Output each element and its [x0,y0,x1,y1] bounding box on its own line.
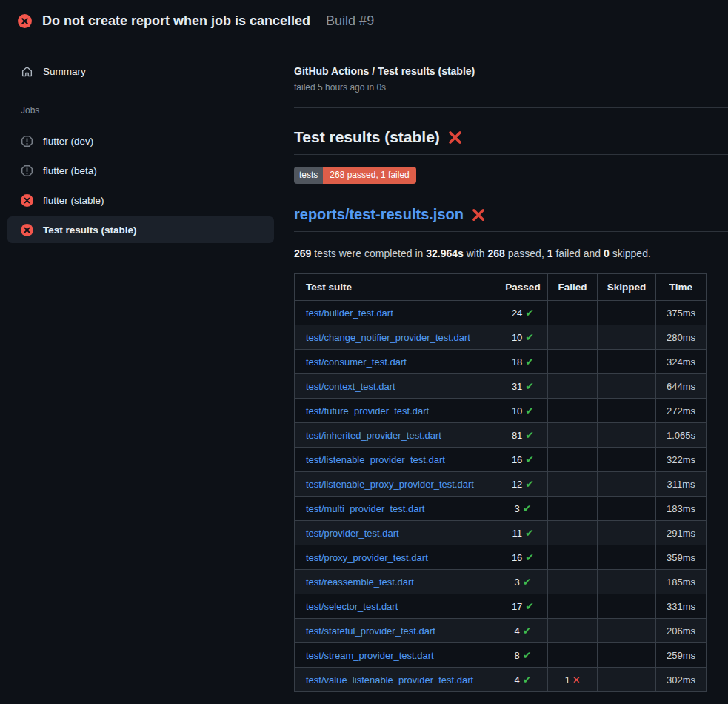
suite-link[interactable]: test/inherited_provider_test.dart [306,430,441,441]
tests-badge: tests 268 passed, 1 failed [294,167,416,184]
suite-link[interactable]: test/stateful_provider_test.dart [306,625,435,637]
summary-text: tests were completed in [311,248,426,259]
suite-link[interactable]: test/value_listenable_provider_test.dart [306,674,473,685]
suite-link[interactable]: test/provider_test.dart [306,528,399,539]
suite-link[interactable]: test/builder_test.dart [306,308,393,319]
x-mark-icon [472,208,485,222]
passed-cell: 24✔ [498,301,548,325]
skipped-cell [598,594,656,619]
failed-cell: ✕ [548,570,598,594]
suite-cell: test/proxy_provider_test.dart [295,545,498,570]
passed-cell: 4✔ [498,619,548,643]
table-row: test/builder_test.dart 24✔ ✕ 375ms [295,301,707,325]
sidebar-item-flutter-stable[interactable]: flutter (stable) [7,187,274,213]
suite-cell: test/inherited_provider_test.dart [295,423,498,448]
passed-cell: 10✔ [498,325,548,350]
sidebar-item-label: flutter (beta) [43,165,97,176]
suite-link[interactable]: test/multi_provider_test.dart [306,503,424,514]
passed-cell: 10✔ [498,399,548,423]
suite-link[interactable]: test/future_provider_test.dart [306,405,429,416]
passed-cell: 11✔ [498,521,548,545]
check-icon: ✔ [525,405,534,416]
sidebar-item-label: Summary [43,66,86,77]
build-header: Do not create report when job is cancell… [0,0,728,41]
skipped-cell [598,497,656,521]
failed-cell: ✕ [548,643,598,668]
sidebar-item-flutter-dev[interactable]: flutter (dev) [7,127,274,154]
suite-link[interactable]: test/proxy_provider_test.dart [306,552,428,563]
suite-cell: test/provider_test.dart [295,521,498,545]
time-cell: 644ms [656,374,707,399]
skipped-cell [598,545,656,570]
build-number: Build #9 [326,13,374,29]
table-row: test/selector_test.dart 17✔ ✕ 331ms [295,594,707,619]
check-icon: ✔ [523,625,532,637]
table-header-skipped: Skipped [598,274,656,301]
passed-cell: 3✔ [498,570,548,594]
failed-cell: ✕ [548,301,598,325]
skipped-cell [598,448,656,472]
x-circle-icon [18,14,32,28]
sidebar-item-flutter-beta[interactable]: flutter (beta) [7,157,274,184]
table-row: test/listenable_proxy_provider_test.dart… [295,472,707,497]
failed-cell: ✕ [548,374,598,399]
failed-cell: ✕ [548,350,598,374]
time-cell: 322ms [656,448,707,472]
summary-number: 32.964s [426,248,464,259]
table-row: test/stream_provider_test.dart 8✔ ✕ 259m… [295,643,707,668]
failed-cell: 1✕ [548,668,598,692]
suite-cell: test/context_test.dart [295,374,498,399]
divider [294,107,728,108]
skipped-cell [598,399,656,423]
section-title: Test results (stable) [294,128,728,155]
suite-link[interactable]: test/stream_provider_test.dart [306,650,434,661]
check-icon: ✔ [525,331,534,343]
suite-link[interactable]: test/reassemble_test.dart [306,577,414,588]
time-cell: 359ms [656,545,707,570]
run-meta: failed 5 hours ago in 0s [294,82,728,93]
skipped-cell [598,570,656,594]
x-circle-icon [21,224,33,236]
suite-link[interactable]: test/change_notifier_provider_test.dart [306,332,470,343]
suite-link[interactable]: test/listenable_proxy_provider_test.dart [306,479,474,490]
time-cell: 291ms [656,521,707,545]
summary-number: 1 [547,248,553,259]
time-cell: 331ms [656,594,707,619]
skipped-cell [598,668,656,692]
tests-summary-line: 269 tests were completed in 32.964s with… [294,248,728,259]
passed-cell: 81✔ [498,423,548,448]
suite-link[interactable]: test/context_test.dart [306,381,395,392]
sidebar-item-label: flutter (stable) [43,195,104,206]
report-link[interactable]: reports/test-results.json [294,206,464,223]
table-header-failed: Failed [548,274,598,301]
table-row: test/stateful_provider_test.dart 4✔ ✕ 20… [295,619,707,643]
suite-cell: test/builder_test.dart [295,301,498,325]
failed-cell: ✕ [548,619,598,643]
suite-cell: test/listenable_proxy_provider_test.dart [295,472,498,497]
suite-link[interactable]: test/consumer_test.dart [306,356,407,368]
passed-cell: 12✔ [498,472,548,497]
failed-cell: ✕ [548,448,598,472]
suite-link[interactable]: test/selector_test.dart [306,601,398,612]
table-row: test/proxy_provider_test.dart 16✔ ✕ 359m… [295,545,707,570]
sidebar-item-label: flutter (dev) [43,136,93,147]
time-cell: 311ms [656,472,707,497]
suite-link[interactable]: test/listenable_provider_test.dart [306,454,445,465]
check-icon: ✔ [525,307,534,319]
check-icon: ✔ [523,502,532,514]
table-header-test-suite: Test suite [295,274,498,301]
suite-cell: test/listenable_provider_test.dart [295,448,498,472]
time-cell: 375ms [656,301,707,325]
passed-cell: 18✔ [498,350,548,374]
table-row: test/provider_test.dart 11✔ ✕ 291ms [295,521,707,545]
table-row: test/reassemble_test.dart 3✔ ✕ 185ms [295,570,707,594]
suite-cell: test/multi_provider_test.dart [295,497,498,521]
check-icon: ✔ [525,600,534,612]
time-cell: 280ms [656,325,707,350]
sidebar-item-test-results-stable[interactable]: Test results (stable) [7,216,274,243]
suite-cell: test/value_listenable_provider_test.dart [295,668,498,692]
suite-cell: test/future_provider_test.dart [295,399,498,423]
passed-cell: 3✔ [498,497,548,521]
badge-value: 268 passed, 1 failed [323,167,415,184]
sidebar-item-summary[interactable]: Summary [7,58,274,84]
